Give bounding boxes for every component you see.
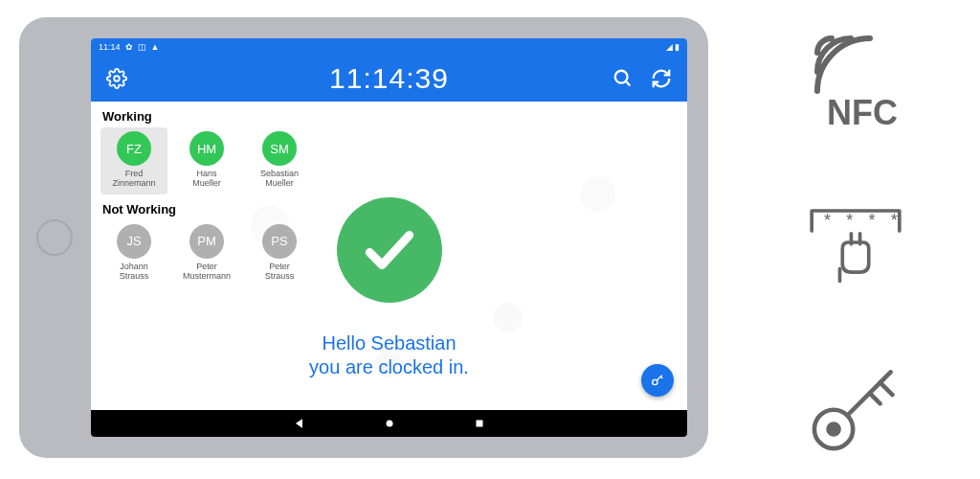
clock-display: 11:14:39 [329,62,449,95]
refresh-button[interactable] [651,68,672,89]
svg-point-3 [653,379,657,384]
svg-point-1 [615,71,628,83]
svg-text:* * * *: * * * * [824,211,902,231]
settings-button[interactable] [106,68,127,89]
svg-text:NFC: NFC [827,93,898,132]
greeting-message: Hello Sebastian you are clocked in. [309,331,469,379]
device-screen: 11:14 ✿ ◫ ▲ ◢ ▮ 11:14:39 [91,38,687,437]
svg-line-15 [880,382,893,395]
status-left: 11:14 ✿ ◫ ▲ [99,42,159,52]
nav-back-button[interactable] [293,417,306,430]
fab-key-button[interactable] [641,364,674,397]
status-bar: 11:14 ✿ ◫ ▲ ◢ ▮ [91,38,687,56]
battery-icon: ▮ [675,42,679,52]
greeting-line1: Hello Sebastian [309,331,469,355]
svg-point-7 [386,421,392,427]
svg-marker-6 [295,419,301,427]
signal-icon: ◢ [666,42,673,52]
tablet-frame: 11:14 ✿ ◫ ▲ ◢ ▮ 11:14:39 [19,17,708,458]
svg-line-5 [660,376,662,378]
android-icon: ▲ [151,42,160,52]
nfc-icon: NFC [798,19,913,134]
svg-point-13 [829,423,839,434]
main-content: Working FZ FredZinnemann HM HansMueller … [91,102,687,410]
svg-point-0 [114,76,120,81]
key-icon [803,354,908,460]
greeting-line2: you are clocked in. [309,355,469,379]
settings-small-icon: ✿ [125,42,133,52]
nav-recents-button[interactable] [473,417,486,430]
pin-entry-icon: * * * * [803,200,908,288]
app-bar: 11:14:39 [91,56,687,102]
nav-home-button[interactable] [383,417,396,430]
debug-icon: ◫ [138,42,146,52]
status-right: ◢ ▮ [666,42,679,52]
svg-line-2 [626,81,631,86]
success-check-icon [337,197,442,303]
tablet-home-button[interactable] [36,219,73,256]
svg-line-16 [870,393,880,403]
svg-rect-8 [476,421,482,427]
android-nav-bar [91,410,687,437]
status-time: 11:14 [99,42,121,52]
side-icons-panel: NFC * * * * [769,19,942,460]
search-button[interactable] [612,68,634,89]
